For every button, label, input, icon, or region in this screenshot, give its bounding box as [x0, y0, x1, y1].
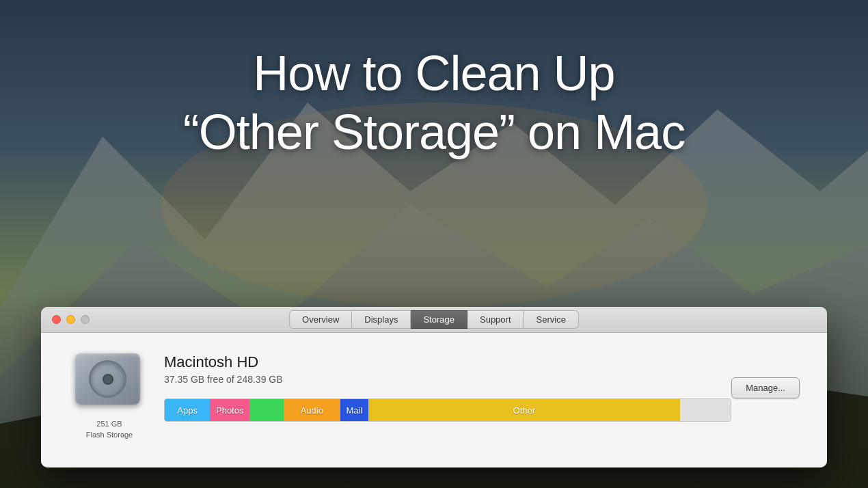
segment-free [680, 399, 731, 421]
drive-section: 251 GB Flash Storage Macintosh HD 37.35 … [68, 353, 800, 440]
main-row: Macintosh HD 37.35 GB free of 248.39 GB … [164, 353, 800, 422]
title-overlay: How to Clean Up “Other Storage” on Mac [0, 0, 868, 205]
close-button[interactable] [52, 315, 61, 324]
tab-bar: Overview Displays Storage Support Servic… [289, 310, 579, 329]
tab-service[interactable]: Service [524, 310, 579, 329]
tab-storage[interactable]: Storage [411, 310, 467, 329]
drive-name: Macintosh HD [164, 353, 731, 371]
segment-photos: Photos [210, 399, 249, 421]
title-line2: “Other Storage” on Mac [183, 105, 685, 159]
tab-support[interactable]: Support [467, 310, 524, 329]
hdd-label: 251 GB Flash Storage [86, 419, 133, 440]
manage-btn-container: Manage... [731, 377, 800, 398]
segment-green [249, 399, 284, 421]
manage-button[interactable]: Manage... [731, 377, 800, 398]
drive-type: Flash Storage [86, 431, 133, 439]
segment-mail: Mail [340, 399, 368, 421]
main-title: How to Clean Up “Other Storage” on Mac [183, 44, 685, 162]
tab-displays[interactable]: Displays [352, 310, 411, 329]
drive-free-space: 37.35 GB free of 248.39 GB [164, 374, 731, 385]
traffic-lights [52, 315, 90, 324]
drive-capacity: 251 GB [96, 420, 122, 428]
storage-bar: Apps Photos Audio Mail Other [164, 398, 731, 422]
mac-window: Overview Displays Storage Support Servic… [41, 307, 827, 467]
hdd-body [75, 353, 140, 405]
segment-audio: Audio [284, 399, 340, 421]
segment-apps: Apps [165, 399, 210, 421]
hdd-platter [89, 360, 126, 398]
title-bar: Overview Displays Storage Support Servic… [41, 307, 827, 333]
hdd-container: 251 GB Flash Storage [68, 353, 150, 440]
tab-overview[interactable]: Overview [289, 310, 352, 329]
info-and-bar: Macintosh HD 37.35 GB free of 248.39 GB … [164, 353, 731, 422]
minimize-button[interactable] [66, 315, 75, 324]
segment-other: Other [368, 399, 679, 421]
hdd-icon [75, 353, 144, 415]
zoom-button[interactable] [81, 315, 90, 324]
title-line1: How to Clean Up [253, 46, 614, 100]
content-area: 251 GB Flash Storage Macintosh HD 37.35 … [41, 333, 827, 467]
